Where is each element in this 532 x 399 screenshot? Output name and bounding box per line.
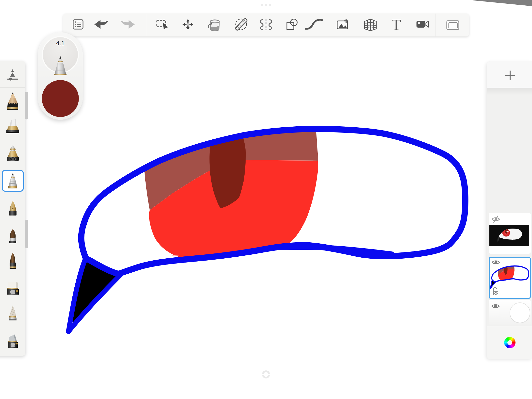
svg-text:T: T [391, 16, 401, 33]
